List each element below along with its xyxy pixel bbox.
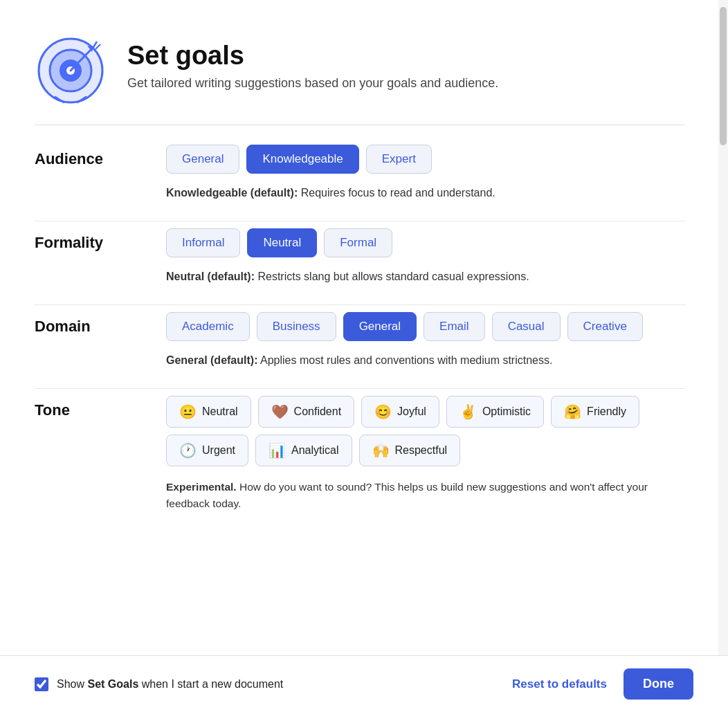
header-divider [35,125,685,125]
neutral-emoji: 😐 [179,403,197,420]
scrollbar[interactable] [718,0,728,712]
footer-label-prefix: Show [57,678,87,690]
formality-description-text: Restricts slang but allows standard casu… [255,271,529,282]
tone-btn-neutral[interactable]: 😐 Neutral [166,396,251,428]
neutral-label: Neutral [202,405,238,418]
tone-btn-optimistic[interactable]: ✌️ Optimistic [446,396,544,428]
footer-label-suffix: when I start a new document [138,678,283,690]
formality-content: Informal Neutral Formal Neutral (default… [166,228,685,285]
optimistic-emoji: ✌️ [459,403,477,420]
tone-content: 😐 Neutral 🤎 Confident 😊 Joyful ✌️ Optimi… [166,396,685,512]
footer: Show Set Goals when I start a new docume… [0,655,728,712]
tone-btn-respectful[interactable]: 🙌 Respectful [359,435,461,466]
audience-section: Audience General Knowledgeable Expert Kn… [35,145,685,221]
formality-btn-group: Informal Neutral Formal [166,228,685,257]
page-title: Set goals [127,41,498,71]
domain-btn-email[interactable]: Email [424,312,485,341]
analytical-label: Analytical [291,444,338,457]
footer-left: Show Set Goals when I start a new docume… [35,677,283,691]
formality-description-bold: Neutral (default): [166,271,255,282]
joyful-label: Joyful [397,405,426,418]
formality-btn-formal[interactable]: Formal [324,228,392,257]
experimental-text: How do you want to sound? This helps us … [166,481,648,509]
tone-label: Tone [35,396,145,419]
domain-label: Domain [35,312,145,336]
domain-btn-creative[interactable]: Creative [567,312,643,341]
urgent-label: Urgent [202,444,235,457]
optimistic-label: Optimistic [482,405,531,418]
audience-description: Knowledgeable (default): Requires focus … [166,185,685,201]
formality-description: Neutral (default): Restricts slang but a… [166,268,685,285]
friendly-emoji: 🤗 [564,403,581,420]
tone-btn-confident[interactable]: 🤎 Confident [258,396,355,428]
show-goals-checkbox[interactable] [35,677,48,691]
page-subtitle: Get tailored writing suggestions based o… [127,76,498,91]
reset-defaults-button[interactable]: Reset to defaults [512,677,607,691]
footer-right: Reset to defaults Done [512,668,693,700]
audience-btn-group: General Knowledgeable Expert [166,145,685,174]
scroll-thumb[interactable] [720,7,727,145]
audience-btn-knowledgeable[interactable]: Knowledgeable [246,145,358,174]
domain-content: Academic Business General Email Casual C… [166,312,685,369]
header-section: Set goals Get tailored writing suggestio… [35,28,685,104]
audience-content: General Knowledgeable Expert Knowledgeab… [166,145,685,201]
domain-description: General (default): Applies most rules an… [166,352,685,369]
domain-btn-group: Academic Business General Email Casual C… [166,312,685,341]
footer-checkbox-label: Show Set Goals when I start a new docume… [57,678,283,691]
formality-btn-informal[interactable]: Informal [166,228,240,257]
confident-emoji: 🤎 [271,403,289,420]
tone-btn-urgent[interactable]: 🕐 Urgent [166,435,248,466]
audience-btn-expert[interactable]: Expert [366,145,432,174]
main-container: Set goals Get tailored writing suggestio… [0,0,720,608]
tone-btn-joyful[interactable]: 😊 Joyful [361,396,439,428]
footer-label-strong: Set Goals [87,678,138,690]
audience-description-text: Requires focus to read and understand. [298,187,495,199]
domain-btn-general[interactable]: General [343,312,417,341]
domain-btn-business[interactable]: Business [257,312,336,341]
header-text: Set goals Get tailored writing suggestio… [127,41,498,91]
respectful-label: Respectful [395,444,448,457]
respectful-emoji: 🙌 [372,442,390,459]
tone-experimental-text: Experimental. How do you want to sound? … [166,479,685,512]
audience-btn-general[interactable]: General [166,145,239,174]
joyful-emoji: 😊 [374,403,392,420]
domain-description-bold: General (default): [166,354,257,366]
formality-section: Formality Informal Neutral Formal Neutra… [35,228,685,305]
svg-line-9 [95,44,100,49]
svg-line-8 [93,42,97,47]
audience-label: Audience [35,145,145,168]
tone-btn-analytical[interactable]: 📊 Analytical [255,435,352,466]
tone-section: Tone 😐 Neutral 🤎 Confident 😊 Joyful ✌️ O… [35,396,685,531]
tone-btn-group: 😐 Neutral 🤎 Confident 😊 Joyful ✌️ Optimi… [166,396,685,466]
domain-description-text: Applies most rules and conventions with … [257,354,552,366]
domain-btn-casual[interactable]: Casual [492,312,561,341]
tone-btn-friendly[interactable]: 🤗 Friendly [551,396,639,428]
friendly-label: Friendly [587,405,626,418]
done-button[interactable]: Done [624,668,693,700]
domain-section: Domain Academic Business General Email C… [35,312,685,389]
experimental-bold: Experimental. [166,481,237,493]
domain-btn-academic[interactable]: Academic [166,312,250,341]
analytical-emoji: 📊 [269,442,286,459]
target-icon [35,28,111,104]
confident-label: Confident [294,405,342,418]
formality-label: Formality [35,228,145,252]
urgent-emoji: 🕐 [179,442,197,459]
audience-description-bold: Knowledgeable (default): [166,187,298,199]
formality-btn-neutral[interactable]: Neutral [247,228,317,257]
